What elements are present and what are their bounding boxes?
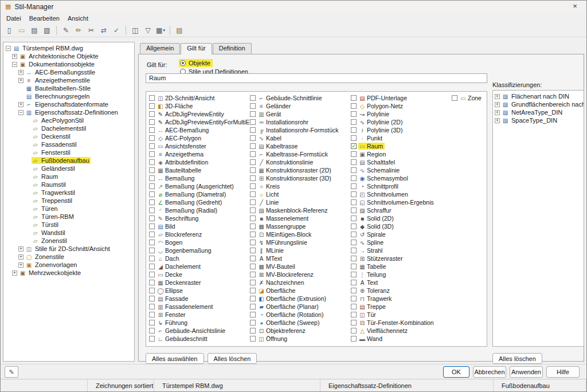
tree-item[interactable]: + ↔ AEC-Bemaßungsstile: [5, 68, 134, 76]
object-type-row[interactable]: ▦ Deckenraster: [148, 279, 249, 287]
copy-button[interactable]: ▤: [29, 25, 40, 36]
object-checkbox[interactable]: [149, 119, 155, 125]
object-type-row[interactable]: ◧ 3D-Fläche: [148, 102, 249, 110]
object-checkbox[interactable]: [250, 240, 256, 245]
object-type-row[interactable]: ◠ Bogen: [148, 238, 249, 246]
object-checkbox[interactable]: [250, 328, 256, 334]
object-type-row[interactable]: ▤ PDF-Unterlage: [350, 94, 451, 102]
object-type-row[interactable]: A Text: [350, 279, 451, 287]
object-checkbox[interactable]: ✓: [351, 143, 357, 149]
object-type-row[interactable]: ◪ Oberfläche: [249, 287, 350, 295]
object-checkbox[interactable]: [149, 224, 155, 229]
object-checkbox[interactable]: [351, 215, 357, 221]
object-type-row[interactable]: ≡ Geländer: [249, 102, 350, 110]
object-type-row[interactable]: ↝ Polylinie: [350, 110, 451, 118]
object-checkbox[interactable]: [250, 135, 256, 141]
classification-item[interactable]: + ▨ Grundflächenbereich nach DIN: [494, 100, 584, 108]
object-type-row[interactable]: ◈ Attributdefinition: [148, 158, 249, 166]
object-checkbox[interactable]: [351, 95, 357, 101]
object-checkbox[interactable]: [149, 151, 155, 157]
tree-item[interactable]: ▤ Berechnungsregeln: [5, 92, 134, 100]
object-type-row[interactable]: ⊓ Tragwerk: [350, 295, 451, 303]
object-type-row[interactable]: ⌐ Gebäude-Ansichtslinie: [148, 327, 249, 335]
object-checkbox[interactable]: [149, 159, 155, 165]
object-type-row[interactable]: ▤ Treppe: [350, 303, 451, 311]
object-type-row[interactable]: ▦ Tabelle: [350, 262, 451, 271]
object-checkbox[interactable]: [250, 304, 256, 309]
object-type-row[interactable]: ⊡ MEinfügen-Block: [249, 230, 350, 238]
object-checkbox[interactable]: [250, 167, 256, 173]
object-checkbox[interactable]: [351, 224, 357, 229]
tab-allgemein[interactable]: Allgemein: [140, 43, 180, 54]
object-type-row[interactable]: ≡ Anzeigethema: [148, 150, 249, 158]
object-checkbox[interactable]: [351, 288, 357, 293]
object-type-row[interactable]: ↯ MFührungslinie: [249, 238, 350, 246]
tree-item[interactable]: ▱ Treppenstil: [5, 197, 134, 205]
object-type-row[interactable]: A MText: [249, 254, 350, 262]
tree-item[interactable]: ▱ Dachelementstil: [5, 124, 134, 132]
object-checkbox[interactable]: [149, 240, 155, 245]
object-type-row[interactable]: ▣ Region: [350, 150, 451, 158]
object-type-row[interactable]: ▰ Oberfläche (Planar): [249, 303, 350, 311]
tree-item[interactable]: + ▢ Zonenstile: [5, 253, 134, 261]
object-type-row[interactable]: ✎ AcDbJigPreviewEntityForMultiEnts: [148, 118, 249, 126]
object-checkbox[interactable]: [250, 111, 256, 117]
object-checkbox[interactable]: [351, 336, 357, 342]
object-type-row[interactable]: ◔ Oberfläche (Rotation): [249, 311, 350, 319]
select-all-button[interactable]: Alles auswählen: [146, 353, 204, 364]
object-type-row[interactable]: ▩ MV-Bauteil: [249, 262, 350, 271]
tree-item[interactable]: − ▥ Eigenschaftssatz-Definitionen: [5, 108, 134, 116]
object-checkbox[interactable]: [149, 127, 155, 133]
tree-item[interactable]: ▦ Bauteiltabellen-Stile: [5, 84, 134, 92]
object-checkbox[interactable]: [149, 288, 155, 293]
object-checkbox[interactable]: [250, 103, 256, 109]
object-type-row[interactable]: ⊞ Konstruktionsraster (3D): [249, 174, 350, 182]
object-checkbox[interactable]: [149, 272, 155, 277]
classification-expander-icon[interactable]: +: [495, 118, 500, 123]
tree-expander-icon[interactable]: +: [18, 246, 24, 252]
object-type-row[interactable]: ◱ Schnittvolumen-Ergebnis: [350, 198, 451, 206]
tree-item[interactable]: ▱ Fußbodenaufbau: [5, 156, 134, 164]
tree-item[interactable]: + ▣ Mehrzweckobjekte: [5, 269, 134, 277]
object-checkbox[interactable]: [149, 103, 155, 109]
menu-datei[interactable]: Datei: [2, 14, 25, 23]
object-checkbox[interactable]: [149, 191, 155, 197]
tree-item[interactable]: + ≡ Anzeigethemenstile: [5, 76, 134, 84]
classifications-clear-all-button[interactable]: Alles löschen: [492, 353, 542, 364]
object-type-row[interactable]: ⊠ MV-Blockreferenz: [249, 271, 350, 279]
edit-style-button[interactable]: ✎: [60, 25, 72, 36]
object-checkbox[interactable]: [250, 288, 256, 293]
tree-item[interactable]: ▱ Geländerstil: [5, 164, 134, 173]
object-checkbox[interactable]: [250, 183, 256, 189]
object-type-row[interactable]: ✎ Beschriftung: [148, 214, 249, 222]
object-type-row[interactable]: ▤ Kabeltrasse: [249, 142, 350, 150]
classification-item[interactable]: + ▨ NetAreaType_DIN: [494, 108, 584, 116]
object-checkbox[interactable]: [250, 296, 256, 301]
object-checkbox[interactable]: [250, 191, 256, 197]
toggle-overview-button[interactable]: ◫: [130, 25, 141, 36]
radio-icon[interactable]: [180, 60, 186, 66]
object-type-row[interactable]: ▦ Bauteiltabelle: [148, 166, 249, 174]
object-checkbox[interactable]: [351, 151, 357, 157]
tree-item[interactable]: ▱ Raum: [5, 173, 134, 181]
object-type-row[interactable]: ▤ Fassade: [148, 295, 249, 303]
object-checkbox[interactable]: [351, 320, 357, 326]
object-type-row[interactable]: ◜ Bemaßung (Radial): [148, 206, 249, 214]
object-type-row[interactable]: ✎ AcDbJigPreviewEntity: [148, 110, 249, 118]
object-checkbox[interactable]: [351, 175, 357, 181]
object-type-row[interactable]: ⋮ Teilung: [350, 271, 451, 279]
object-checkbox[interactable]: [149, 111, 155, 117]
object-checkbox[interactable]: [250, 143, 256, 149]
object-type-row[interactable]: ◧ Oberfläche (Extrusion): [249, 295, 350, 303]
object-checkbox[interactable]: [250, 127, 256, 133]
object-type-row[interactable]: → Strahl: [350, 246, 451, 254]
object-checkbox[interactable]: [149, 95, 155, 101]
object-checkbox[interactable]: [351, 272, 357, 277]
object-type-row[interactable]: ▥ Fassadenelement: [148, 303, 249, 311]
object-checkbox[interactable]: [250, 248, 256, 253]
object-checkbox[interactable]: [149, 296, 155, 301]
object-checkbox[interactable]: [149, 328, 155, 334]
ok-button[interactable]: OK: [443, 366, 469, 378]
object-type-row[interactable]: ▥ Gerät: [249, 110, 350, 118]
object-type-row[interactable]: ■ Massenelement: [249, 214, 350, 222]
